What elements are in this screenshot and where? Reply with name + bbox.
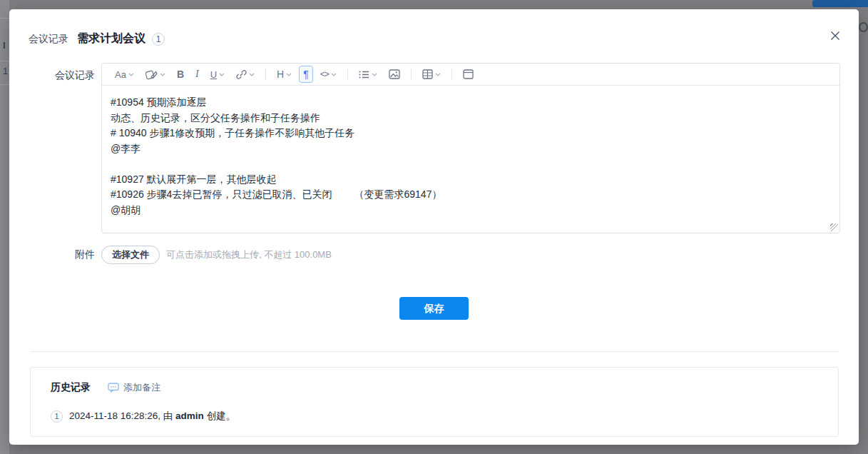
table-icon: [422, 69, 433, 79]
chevron-down-icon: [249, 73, 255, 76]
chevron-down-icon: [435, 73, 441, 76]
background-icon-fragment: [859, 22, 868, 32]
meeting-minutes-dialog: 会议记录 需求计划会议 1 会议记录 Aa B: [9, 9, 859, 445]
history-header: 历史记录 添加备注: [51, 381, 838, 394]
link-icon: [236, 69, 247, 80]
toolbar-divider: [265, 69, 266, 80]
chevron-down-icon: [219, 73, 225, 76]
code-button[interactable]: <>: [316, 66, 341, 83]
rich-text-editor: Aa B I U: [101, 63, 840, 233]
toolbar-divider: [451, 69, 452, 80]
comment-icon: [108, 383, 119, 393]
chevron-down-icon: [128, 73, 134, 76]
background-page-edge: I 1: [0, 0, 9, 454]
add-note-link[interactable]: 添加备注: [108, 381, 160, 394]
history-user: admin: [175, 410, 204, 421]
background-row-divider: [0, 18, 9, 19]
toolbar-divider: [347, 69, 348, 80]
heading-button[interactable]: H: [272, 66, 296, 83]
minutes-label: 会议记录: [29, 63, 95, 233]
chevron-down-icon: [286, 73, 292, 76]
link-button[interactable]: [232, 66, 259, 83]
page-title: 需求计划会议: [77, 31, 145, 46]
background-row-divider: [0, 61, 9, 61]
list-button[interactable]: [354, 66, 382, 83]
attachment-field-row: 附件 选择文件 可点击添加或拖拽上传, 不超过 100.0MB: [9, 246, 859, 264]
resize-handle[interactable]: [830, 223, 838, 231]
bold-button[interactable]: B: [173, 66, 188, 83]
minutes-text-area[interactable]: #10954 预期添加逐层 动态、历史记录，区分父任务操作和子任务操作 # 10…: [102, 86, 839, 233]
font-style-button[interactable]: Aa: [111, 66, 138, 83]
chevron-down-icon: [331, 73, 337, 76]
italic-button[interactable]: I: [191, 66, 203, 83]
editor-toolbar: Aa B I U: [102, 64, 839, 86]
table-button[interactable]: [418, 66, 445, 83]
list-icon: [359, 70, 369, 79]
attachment-label: 附件: [29, 248, 95, 261]
background-partial-text: 1: [3, 66, 8, 76]
add-note-label: 添加备注: [123, 381, 160, 394]
history-entry: 1 2024-11-18 16:28:26, 由 admin 创建。: [51, 410, 838, 423]
text-color-button[interactable]: [141, 66, 170, 83]
save-button[interactable]: 保存: [399, 297, 469, 320]
image-button[interactable]: [384, 66, 404, 83]
dialog-subtitle: 会议记录: [29, 33, 68, 46]
color-palette-icon: [145, 69, 158, 80]
background-primary-button-fragment: [812, 0, 868, 7]
paragraph-button[interactable]: ¶: [299, 66, 313, 83]
underline-button[interactable]: U: [206, 66, 229, 83]
toolbar-divider: [411, 69, 412, 80]
minutes-field-row: 会议记录 Aa B I: [9, 63, 859, 233]
history-title: 历史记录: [51, 381, 91, 394]
actions-row: 保存: [9, 297, 859, 320]
history-section: 历史记录 添加备注 1 2024-11-18 16:28:26, 由 admin…: [30, 367, 839, 437]
panel-layout-icon: [463, 69, 474, 79]
history-entry-text: 2024-11-18 16:28:26, 由 admin 创建。: [69, 410, 235, 423]
dialog-header: 会议记录 需求计划会议 1: [9, 9, 859, 46]
image-icon: [389, 69, 400, 79]
background-partial-text: I: [3, 40, 6, 51]
background-row-divider: [0, 84, 9, 85]
section-divider: [30, 351, 839, 352]
chevron-down-icon: [372, 73, 377, 76]
title-count-badge: 1: [152, 33, 165, 46]
chevron-down-icon: [160, 73, 165, 76]
close-icon[interactable]: [829, 30, 841, 41]
choose-file-button[interactable]: 选择文件: [101, 246, 160, 264]
fullscreen-panel-button[interactable]: [459, 66, 478, 83]
history-index-badge: 1: [51, 410, 63, 423]
attachment-hint: 可点击添加或拖拽上传, 不超过 100.0MB: [166, 248, 332, 261]
